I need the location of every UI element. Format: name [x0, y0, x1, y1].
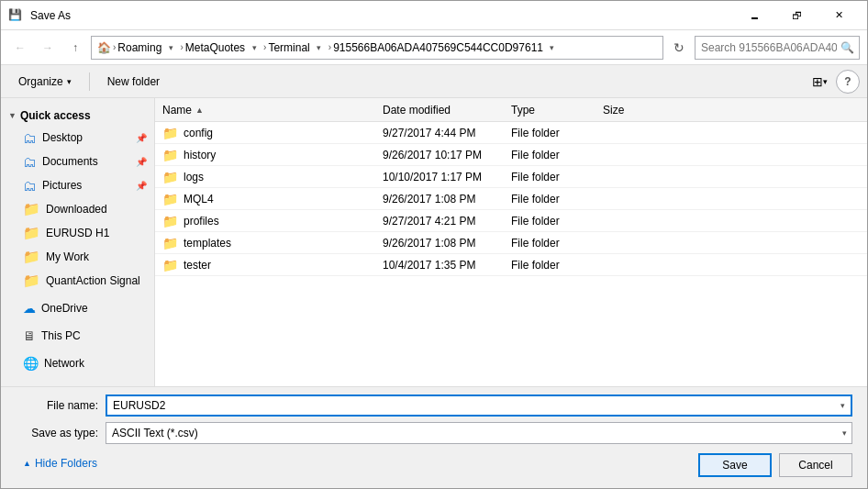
- file-row[interactable]: 📁 tester 10/4/2017 1:35 PM File folder: [155, 254, 867, 276]
- sidebar-item-desktop[interactable]: 🗂 Desktop 📌: [1, 126, 154, 150]
- quick-access-header[interactable]: ▼ Quick access: [1, 106, 154, 126]
- file-date-config: 9/27/2017 4:44 PM: [383, 127, 511, 139]
- folder-icon: 📁: [23, 225, 40, 241]
- col-header-type[interactable]: Type: [511, 104, 603, 117]
- savetype-select[interactable]: ASCII Text (*.csv): [106, 422, 852, 444]
- new-folder-button[interactable]: New folder: [97, 69, 170, 94]
- hide-folders-button[interactable]: ▲ Hide Folders: [16, 453, 105, 473]
- title-controls: 🗕 🗗 ✕: [733, 1, 860, 30]
- folder-icon: 📁: [162, 258, 178, 272]
- sidebar-item-onedrive[interactable]: ☁ OneDrive: [1, 296, 154, 320]
- folder-icon: 📁: [162, 148, 178, 162]
- file-type-tester: File folder: [511, 259, 603, 272]
- folder-icon: 📁: [23, 249, 40, 265]
- file-type-history: File folder: [511, 149, 603, 161]
- sidebar-item-network[interactable]: 🌐 Network: [1, 351, 154, 375]
- savetype-row: Save as type: ASCII Text (*.csv) ▾: [16, 422, 852, 444]
- filename-label: File name:: [16, 399, 98, 412]
- folder-icon: 🗂: [23, 154, 37, 170]
- main-content: ▼ Quick access 🗂 Desktop 📌 🗂 Documents 📌…: [1, 98, 867, 386]
- window-title: Save As: [30, 9, 71, 22]
- sidebar-item-quantaction[interactable]: 📁 QuantAction Signal: [1, 269, 154, 293]
- close-button[interactable]: ✕: [818, 1, 860, 30]
- save-button-wrapper: Save: [698, 453, 772, 477]
- file-row[interactable]: 📁 MQL4 9/26/2017 1:08 PM File folder: [155, 188, 867, 210]
- file-name-profiles: 📁 profiles: [162, 214, 383, 228]
- bottom-action-bar: ▲ Hide Folders Save Cancel: [16, 450, 852, 481]
- pin-icon: 📌: [136, 157, 147, 167]
- savetype-select-wrapper: ASCII Text (*.csv) ▾: [106, 422, 852, 444]
- breadcrumb-dropdown-3[interactable]: ▾: [545, 39, 560, 57]
- organize-chevron: ▾: [67, 77, 72, 86]
- folder-icon: 📁: [23, 201, 40, 217]
- filename-dropdown-button[interactable]: ▾: [832, 395, 852, 417]
- onedrive-icon: ☁: [23, 301, 36, 316]
- pin-icon: 📌: [136, 133, 147, 143]
- col-header-date[interactable]: Date modified: [383, 104, 511, 117]
- forward-button[interactable]: →: [36, 36, 60, 60]
- search-wrapper: 🔍: [695, 36, 860, 60]
- bottom-panel: File name: ▾ Save as type: ASCII Text (*…: [1, 386, 867, 488]
- hide-folders-chevron: ▲: [23, 459, 31, 468]
- file-row[interactable]: 📁 config 9/27/2017 4:44 PM File folder: [155, 122, 867, 144]
- file-date-history: 9/26/2017 10:17 PM: [383, 149, 511, 161]
- sidebar-item-mywork[interactable]: 📁 My Work: [1, 245, 154, 269]
- filename-input-wrapper: ▾: [106, 395, 852, 417]
- organize-button[interactable]: Organize ▾: [8, 69, 82, 94]
- refresh-button[interactable]: ↻: [667, 36, 691, 60]
- address-bar: ← → ↑ 🏠 › Roaming ▾ › MetaQuotes ▾ › Ter…: [1, 30, 867, 65]
- maximize-button[interactable]: 🗗: [775, 1, 818, 30]
- minimize-button[interactable]: 🗕: [733, 1, 775, 30]
- save-button[interactable]: Save: [698, 453, 772, 477]
- save-as-dialog: 💾 Save As 🗕 🗗 ✕ ← → ↑ 🏠 › Roaming ▾ › Me…: [0, 0, 868, 489]
- sidebar-item-documents[interactable]: 🗂 Documents 📌: [1, 150, 154, 173]
- sidebar-item-thispc[interactable]: 🖥 This PC: [1, 324, 154, 348]
- breadcrumb-dropdown-0[interactable]: ▾: [163, 39, 178, 57]
- up-button[interactable]: ↑: [63, 36, 87, 60]
- toolbar: Organize ▾ New folder ⊞ ▾ ?: [1, 65, 867, 98]
- view-options-button[interactable]: ⊞ ▾: [807, 69, 832, 94]
- new-folder-label: New folder: [107, 75, 160, 88]
- file-name-tester: 📁 tester: [162, 258, 383, 272]
- network-section: 🌐 Network: [1, 351, 154, 375]
- filename-input[interactable]: [106, 395, 852, 417]
- toolbar-right: ⊞ ▾ ?: [807, 69, 860, 94]
- quick-access-section: ▼ Quick access 🗂 Desktop 📌 🗂 Documents 📌…: [1, 106, 154, 293]
- folder-icon: 📁: [162, 126, 178, 140]
- view-chevron: ▾: [823, 77, 828, 86]
- col-header-name[interactable]: Name ▲: [162, 104, 383, 117]
- breadcrumb-roaming[interactable]: Roaming: [117, 41, 161, 54]
- sidebar-item-pictures[interactable]: 🗂 Pictures 📌: [1, 173, 154, 197]
- file-date-templates: 9/26/2017 1:08 PM: [383, 237, 511, 250]
- breadcrumb-item[interactable]: 🏠: [97, 41, 111, 54]
- folder-icon: 📁: [162, 192, 178, 206]
- cancel-button[interactable]: Cancel: [779, 453, 852, 477]
- sidebar-item-eurusd[interactable]: 📁 EURUSD H1: [1, 221, 154, 245]
- title-bar-left: 💾 Save As: [8, 8, 71, 23]
- title-bar: 💾 Save As 🗕 🗗 ✕: [1, 1, 867, 30]
- back-button[interactable]: ←: [8, 36, 32, 60]
- sidebar-label-quantaction: QuantAction Signal: [46, 274, 140, 287]
- breadcrumb-metaquotes[interactable]: MetaQuotes: [185, 41, 245, 54]
- file-date-profiles: 9/27/2017 4:21 PM: [383, 215, 511, 228]
- sidebar: ▼ Quick access 🗂 Desktop 📌 🗂 Documents 📌…: [1, 98, 155, 386]
- file-row[interactable]: 📁 profiles 9/27/2017 4:21 PM File folder: [155, 210, 867, 232]
- sidebar-label-thispc: This PC: [41, 329, 81, 342]
- file-list: Name ▲ Date modified Type Size 📁 config …: [155, 98, 867, 386]
- file-row[interactable]: 📁 history 9/26/2017 10:17 PM File folder: [155, 144, 867, 166]
- breadcrumb-dropdown-2[interactable]: ▾: [312, 39, 327, 57]
- file-type-config: File folder: [511, 127, 603, 139]
- breadcrumb-terminal[interactable]: Terminal: [268, 41, 309, 54]
- file-name-logs: 📁 logs: [162, 170, 383, 184]
- breadcrumb-guid[interactable]: 915566BA06ADA407569C544CC0D97611: [333, 41, 543, 54]
- sidebar-label-network: Network: [44, 357, 84, 370]
- col-header-size[interactable]: Size: [603, 104, 676, 117]
- file-date-mql4: 9/26/2017 1:08 PM: [383, 193, 511, 206]
- search-input[interactable]: [695, 36, 860, 60]
- file-row[interactable]: 📁 templates 9/26/2017 1:08 PM File folde…: [155, 232, 867, 254]
- file-row[interactable]: 📁 logs 10/10/2017 1:17 PM File folder: [155, 166, 867, 188]
- sidebar-item-downloaded[interactable]: 📁 Downloaded: [1, 197, 154, 221]
- breadcrumb-dropdown-1[interactable]: ▾: [247, 39, 262, 57]
- help-button[interactable]: ?: [836, 70, 860, 94]
- sidebar-label-eurusd: EURUSD H1: [46, 227, 109, 239]
